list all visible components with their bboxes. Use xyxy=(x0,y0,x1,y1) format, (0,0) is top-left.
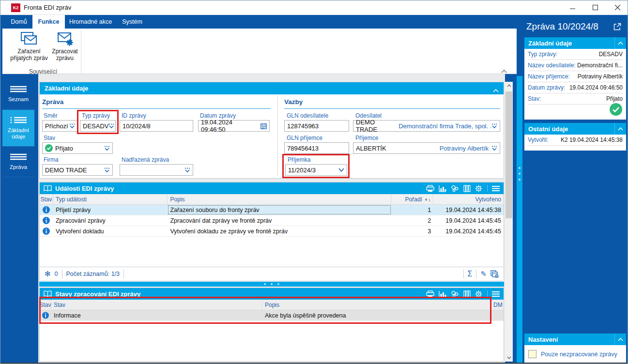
ribbon: Zařazení přijatých zpráv Zpracovat zpráv… xyxy=(2,29,517,74)
maximize-button[interactable] xyxy=(584,0,606,15)
checkbox-label: Pouze nezpracované zprávy xyxy=(541,351,617,358)
datum-zpravy-field[interactable]: 19.04.2024 09:46:50 xyxy=(198,120,270,132)
typ-zpravy-combobox[interactable]: DESADV xyxy=(80,120,116,132)
gears-icon[interactable] xyxy=(451,185,459,192)
table-row[interactable]: Přijetí zprávy Zařazení souboru do front… xyxy=(40,205,504,215)
chevron-up-icon xyxy=(501,70,507,73)
chevron-down-icon xyxy=(338,168,344,172)
minimize-button[interactable] xyxy=(561,0,583,15)
scrollbar-thumb[interactable] xyxy=(505,91,512,218)
gln-odesilatele-field[interactable]: 128745963 xyxy=(284,120,349,132)
column-stav[interactable]: Stav xyxy=(51,300,262,310)
table-row[interactable]: Zpracování zprávy Zpracování dat zprávy … xyxy=(40,215,504,226)
info-icon xyxy=(43,228,50,235)
udalosti-panel: Události EDI zprávy Stav Typ události Po… xyxy=(39,182,504,280)
nadrazena-zprava-combobox[interactable] xyxy=(120,164,193,176)
column-typ-udalosti[interactable]: Typ události xyxy=(53,194,168,204)
chevron-up-icon xyxy=(493,89,499,92)
zarazeni-prijatych-zprav-button[interactable]: Zařazení přijatých zpráv xyxy=(8,31,50,68)
id-zpravy-field[interactable]: 10/2024/8 xyxy=(120,120,193,132)
pouze-nezpracovane-checkbox[interactable] xyxy=(528,350,536,358)
sidebar-item-zprava[interactable]: Zpráva xyxy=(2,147,34,177)
columns-icon[interactable] xyxy=(463,185,471,192)
collapse-section-button[interactable] xyxy=(614,123,626,135)
table-row[interactable]: Vytvoření dokladu Vytvoření dokladu ze z… xyxy=(40,226,504,237)
filter-asterisk-icon[interactable]: ✻ xyxy=(45,270,51,278)
edit-icon[interactable]: ✎ xyxy=(480,270,487,278)
panel-title: Základní údaje xyxy=(45,85,88,92)
column-poradi[interactable]: Pořadí ▲ 1 xyxy=(391,194,433,204)
row-label: Stav: xyxy=(528,95,541,102)
horizontal-splitter[interactable] xyxy=(39,282,504,287)
prijemka-combobox[interactable]: 11/2024/3 xyxy=(285,164,347,176)
tab-funkce[interactable]: Funkce xyxy=(32,15,65,29)
row-value: DESADV xyxy=(599,51,623,58)
print-icon[interactable] xyxy=(426,185,434,192)
preview-row: Název odesílatele: Demonstrační fi... xyxy=(528,60,623,71)
row-value: K2 19.04.2024 14:45:38 xyxy=(561,136,623,143)
add-record-icon[interactable] xyxy=(490,270,499,278)
collapse-panel-button[interactable] xyxy=(493,87,499,94)
column-popis[interactable]: Popis xyxy=(168,194,391,204)
firma-combobox[interactable]: DEMO TRADE xyxy=(42,164,113,176)
grid-menu-icon[interactable] xyxy=(492,291,500,297)
group-title-vazby: Vazby xyxy=(284,98,303,106)
section-title: Nastavení xyxy=(528,336,558,343)
collapse-section-button[interactable] xyxy=(614,37,626,49)
gears-icon[interactable] xyxy=(451,290,459,298)
open-in-window-button[interactable] xyxy=(613,23,621,32)
scroll-up-button[interactable] xyxy=(505,82,513,90)
sidebar-item-seznam[interactable]: Seznam xyxy=(2,79,34,109)
gln-prijemce-field[interactable]: 789456413 xyxy=(284,142,349,154)
column-vytvoreno[interactable]: Vytvořeno xyxy=(433,194,504,204)
settings-gear-icon[interactable] xyxy=(475,185,483,192)
print-icon[interactable] xyxy=(426,290,434,298)
vertical-scrollbar[interactable] xyxy=(505,82,513,362)
row-value: Demonstrační fi... xyxy=(577,62,623,69)
events-column-header: Stav Typ události Popis Pořadí ▲ 1 Vytvo… xyxy=(40,194,504,205)
settings-gear-icon[interactable] xyxy=(475,290,483,298)
scroll-down-button[interactable] xyxy=(505,354,513,362)
prijemce-combobox[interactable]: ALBERTÍK Potraviny Albertík xyxy=(353,142,500,154)
row-label: Typ zprávy: xyxy=(528,51,557,58)
book-icon xyxy=(44,185,52,192)
tab-system[interactable]: Systém xyxy=(116,15,148,29)
field-detail: Demonstrační firma Trade, spol. ... xyxy=(398,122,491,130)
sum-icon[interactable]: Σ xyxy=(468,270,473,278)
column-dm[interactable]: DM xyxy=(491,300,504,310)
row-label: Název příjemce: xyxy=(528,73,570,80)
preview-title: Zpráva 10/2024/8 xyxy=(526,21,598,32)
dropdown-icon xyxy=(184,167,190,173)
chevron-down-icon xyxy=(507,356,511,359)
collapse-section-button[interactable] xyxy=(614,334,626,345)
grid-menu-icon[interactable] xyxy=(492,185,500,192)
tab-domu[interactable]: Domů xyxy=(5,15,32,29)
stav-combobox[interactable]: Přijato xyxy=(42,142,113,154)
columns-icon[interactable] xyxy=(463,290,471,298)
list-icon xyxy=(10,153,27,161)
field-label-prijemce: Příjemce xyxy=(355,135,378,141)
calendar-icon[interactable] xyxy=(260,123,267,129)
table-row[interactable]: Informace Akce byla úspěšně provedena xyxy=(40,310,504,321)
envelope-gear-icon xyxy=(56,31,74,46)
column-stav[interactable]: Stav xyxy=(40,194,53,204)
column-popis[interactable]: Popis xyxy=(262,300,491,310)
field-value: ALBERTÍK xyxy=(356,145,386,152)
tab-hromadne-akce[interactable]: Hromadné akce xyxy=(65,15,116,29)
sidebar-item-zakladni-udaje[interactable]: Základní údaje xyxy=(2,110,34,147)
smer-combobox[interactable]: Příchozí xyxy=(42,120,78,132)
close-button[interactable] xyxy=(606,0,628,15)
odesilatel-combobox[interactable]: DEMO TRADE Demonstrační firma Trade, spo… xyxy=(353,120,500,132)
chart-icon[interactable] xyxy=(439,290,446,298)
zpracovat-zpravu-button[interactable]: Zpracovat zprávu xyxy=(50,31,80,68)
field-detail: Potraviny Albertík xyxy=(440,145,489,152)
states-column-header: Stav Stav Popis DM xyxy=(40,300,504,310)
maximize-icon xyxy=(593,5,598,10)
column-stav-icon[interactable]: Stav xyxy=(40,300,51,310)
sort-asc-icon: ▲ xyxy=(424,197,428,201)
external-link-icon xyxy=(613,23,621,30)
vertical-splitter[interactable] xyxy=(517,76,522,364)
info-icon xyxy=(43,206,50,213)
chart-icon[interactable] xyxy=(439,185,446,192)
section-header: Ostatní údaje xyxy=(524,123,626,135)
